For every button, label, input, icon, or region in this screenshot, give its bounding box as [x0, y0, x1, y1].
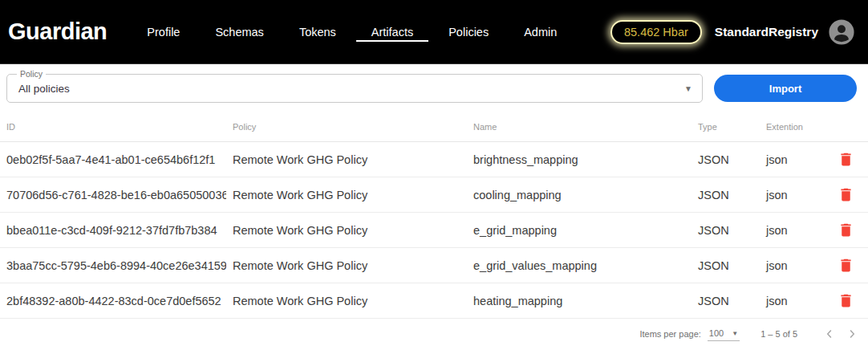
- user-avatar-icon[interactable]: [828, 18, 855, 46]
- cell-policy: Remote Work GHG Policy: [226, 295, 467, 307]
- chevron-left-icon: [822, 327, 837, 341]
- cell-policy: Remote Work GHG Policy: [226, 259, 467, 272]
- cell-id: bbea011e-c3cd-409f-9212-37fd7fb7b384: [0, 224, 226, 237]
- page-size-value: 100: [709, 328, 724, 338]
- cell-name: brightness_mapping: [467, 153, 692, 166]
- hbar-balance-badge: 85.462 Hbar: [610, 20, 702, 44]
- cell-policy: Remote Work GHG Policy: [226, 224, 467, 237]
- column-header-name: Name: [467, 122, 692, 132]
- nav-item-policies[interactable]: Policies: [431, 0, 506, 64]
- nav-item-profile[interactable]: Profile: [129, 0, 197, 64]
- cell-type: JSON: [692, 295, 760, 307]
- cell-id: 70706d56-c761-4828-be16-eb0a65050036: [0, 189, 226, 201]
- cell-name: e_grid_mapping: [467, 224, 692, 237]
- cell-actions: [828, 256, 868, 275]
- cell-policy: Remote Work GHG Policy: [226, 153, 467, 166]
- table-row: bbea011e-c3cd-409f-9212-37fd7fb7b384 Rem…: [0, 213, 868, 248]
- main-nav: ProfileSchemasTokensArtifactsPoliciesAdm…: [129, 0, 574, 64]
- cell-id: 2bf48392-a80b-4422-83cd-0ce7d0ef5652: [0, 295, 226, 307]
- cell-extention: json: [760, 153, 828, 166]
- cell-type: JSON: [692, 153, 760, 166]
- cell-extention: json: [760, 189, 828, 201]
- trash-icon: [838, 292, 854, 309]
- column-header-extention: Extention: [760, 122, 828, 132]
- cell-extention: json: [760, 259, 828, 272]
- filter-bar: Policy All policies ▼ Import: [6, 74, 857, 103]
- policy-select-label: Policy: [17, 69, 46, 79]
- cell-id: 0eb02f5f-5aa7-4e41-ab01-ce654b6f12f1: [0, 153, 226, 166]
- table-row: 2bf48392-a80b-4422-83cd-0ce7d0ef5652 Rem…: [0, 283, 868, 319]
- paginator: Items per page: 100 ▼ 1 – 5 of 5: [0, 319, 868, 349]
- cell-actions: [828, 221, 868, 240]
- table-header-row: ID Policy Name Type Extention: [0, 112, 868, 142]
- cell-type: JSON: [692, 259, 760, 272]
- column-header-type: Type: [692, 122, 760, 132]
- artifacts-table: ID Policy Name Type Extention 0eb02f5f-5…: [0, 112, 868, 319]
- nav-item-admin[interactable]: Admin: [506, 0, 574, 64]
- delete-artifact-button[interactable]: [836, 150, 855, 169]
- cell-type: JSON: [692, 189, 760, 201]
- table-body: 0eb02f5f-5aa7-4e41-ab01-ce654b6f12f1 Rem…: [0, 142, 868, 319]
- cell-name: e_grid_values_mapping: [467, 259, 692, 272]
- table-row: 3baa75cc-5795-4eb6-8994-40ce26e34159 Rem…: [0, 248, 868, 283]
- cell-actions: [828, 150, 868, 169]
- username-label: StandardRegistry: [715, 25, 818, 39]
- navbar-right: 85.462 Hbar StandardRegistry: [610, 18, 855, 46]
- cell-name: cooling_mapping: [467, 189, 692, 201]
- cell-extention: json: [760, 224, 828, 237]
- policy-select-value: All policies: [18, 83, 684, 95]
- delete-artifact-button[interactable]: [836, 185, 855, 205]
- page-size-select[interactable]: 100 ▼: [708, 327, 740, 341]
- trash-icon: [838, 257, 854, 274]
- items-per-page-label: Items per page:: [639, 329, 700, 339]
- top-navbar: Guardian ProfileSchemasTokensArtifactsPo…: [0, 0, 868, 64]
- trash-icon: [838, 151, 854, 168]
- cell-extention: json: [760, 295, 828, 307]
- cell-actions: [828, 185, 868, 205]
- nav-item-tokens[interactable]: Tokens: [282, 0, 354, 64]
- app-logo[interactable]: Guardian: [8, 18, 107, 45]
- next-page-button[interactable]: [841, 323, 863, 345]
- chevron-down-icon: ▼: [684, 84, 692, 93]
- table-row: 70706d56-c761-4828-be16-eb0a65050036 Rem…: [0, 177, 868, 213]
- delete-artifact-button[interactable]: [836, 221, 855, 240]
- cell-type: JSON: [692, 224, 760, 237]
- column-header-id: ID: [0, 122, 226, 132]
- cell-name: heating_mapping: [467, 295, 692, 307]
- chevron-down-icon: ▼: [732, 330, 738, 337]
- table-row: 0eb02f5f-5aa7-4e41-ab01-ce654b6f12f1 Rem…: [0, 142, 868, 177]
- delete-artifact-button[interactable]: [836, 291, 855, 311]
- nav-item-schemas[interactable]: Schemas: [197, 0, 281, 64]
- cell-id: 3baa75cc-5795-4eb6-8994-40ce26e34159: [0, 259, 226, 272]
- page-range-label: 1 – 5 of 5: [761, 329, 797, 339]
- delete-artifact-button[interactable]: [836, 256, 855, 275]
- cell-policy: Remote Work GHG Policy: [226, 189, 467, 201]
- trash-icon: [838, 186, 854, 203]
- policy-filter-select[interactable]: Policy All policies ▼: [6, 74, 703, 103]
- column-header-policy: Policy: [226, 122, 467, 132]
- cell-actions: [828, 291, 868, 311]
- trash-icon: [838, 222, 854, 238]
- nav-item-artifacts[interactable]: Artifacts: [354, 0, 431, 64]
- import-button[interactable]: Import: [714, 75, 857, 102]
- chevron-right-icon: [845, 327, 859, 341]
- previous-page-button[interactable]: [818, 323, 841, 345]
